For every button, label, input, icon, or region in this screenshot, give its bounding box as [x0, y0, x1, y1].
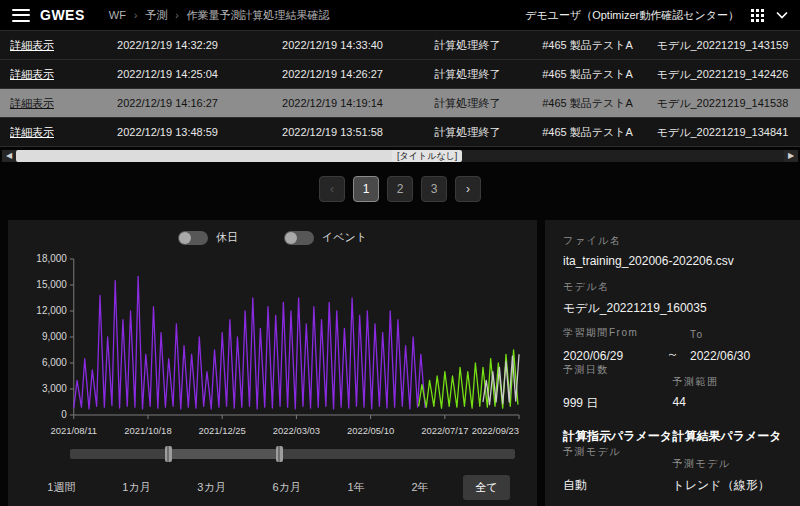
result-params-header: 計算結果パラメータ	[673, 428, 783, 445]
svg-text:9,000: 9,000	[42, 331, 67, 342]
range-button-6[interactable]: 全て	[463, 475, 509, 500]
detail-link[interactable]: 詳細表示	[10, 67, 85, 82]
detail-link[interactable]: 詳細表示	[10, 125, 85, 140]
range-button-1[interactable]: 1カ月	[110, 475, 162, 500]
chart-range-slider[interactable]	[70, 445, 515, 463]
table-row[interactable]: 詳細表示 2022/12/19 14:25:04 2022/12/19 14:2…	[0, 60, 800, 89]
calc-model-label: 予測モデル	[563, 445, 673, 471]
top-bar: GWES WF › 予測 › 作業量予測計算処理結果確認 デモユーザ（Optim…	[0, 0, 800, 30]
end-time-cell: 2022/12/19 14:33:40	[250, 39, 415, 51]
svg-text:6,000: 6,000	[42, 357, 67, 368]
page-button-1[interactable]: 1	[353, 176, 379, 202]
scroll-left-arrow-icon[interactable]: ◀	[2, 150, 16, 162]
end-time-cell: 2022/12/19 13:51:58	[250, 126, 415, 138]
svg-text:2022/09/23: 2022/09/23	[472, 425, 519, 436]
training-period-from-value: 2020/06/29	[563, 349, 655, 363]
calc-model-value: 自動	[563, 477, 673, 494]
svg-text:2022/05/10: 2022/05/10	[347, 425, 394, 436]
event-toggle-label: イベント	[322, 230, 367, 245]
training-period-from-label: 学習期間From	[563, 326, 655, 340]
svg-text:15,000: 15,000	[36, 279, 67, 290]
page-button-3[interactable]: 3	[421, 176, 447, 202]
status-cell: 計算処理終了	[415, 125, 520, 140]
range-button-5[interactable]: 2年	[399, 475, 440, 500]
scroll-right-arrow-icon[interactable]: ▶	[784, 150, 798, 162]
model-cell: モデル_20221219_134841	[655, 125, 790, 140]
period-separator: ～	[655, 346, 690, 363]
page-button-2[interactable]: 2	[387, 176, 413, 202]
apps-grid-icon[interactable]	[751, 9, 764, 22]
breadcrumb-item-wf[interactable]: WF	[109, 9, 126, 21]
slider-track[interactable]	[70, 449, 515, 459]
item-cell: #465 製品テストA	[520, 38, 655, 53]
event-toggle[interactable]: イベント	[284, 230, 367, 245]
svg-text:2022/07/17: 2022/07/17	[421, 425, 468, 436]
scrollbar-tooltip: [タイトルなし]	[392, 150, 462, 162]
holiday-toggle[interactable]: 休日	[178, 230, 238, 245]
status-cell: 計算処理終了	[415, 67, 520, 82]
forecast-range-value: 44	[673, 395, 783, 412]
detail-panel: ファイル名 ita_training_202006-202206.csv モデル…	[545, 220, 800, 506]
range-button-2[interactable]: 3カ月	[185, 475, 237, 500]
breadcrumb: WF › 予測 › 作業量予測計算処理結果確認	[109, 8, 330, 23]
start-time-cell: 2022/12/19 14:25:04	[85, 68, 250, 80]
model-cell: モデル_20221219_143159	[655, 38, 790, 53]
range-button-3[interactable]: 6カ月	[260, 475, 312, 500]
model-cell: モデル_20221219_142426	[655, 67, 790, 82]
user-name[interactable]: デモユーザ（Optimizer動作確認センター）	[525, 8, 739, 23]
item-cell: #465 製品テストA	[520, 67, 655, 82]
start-time-cell: 2022/12/19 14:16:27	[85, 97, 250, 109]
training-period-to-value: 2022/06/30	[690, 349, 782, 363]
scrollbar-thumb[interactable]	[16, 150, 396, 162]
svg-text:12,000: 12,000	[36, 305, 67, 316]
file-name-label: ファイル名	[563, 234, 782, 248]
app-logo: GWES	[40, 7, 85, 23]
svg-text:3,000: 3,000	[42, 383, 67, 394]
start-time-cell: 2022/12/19 14:32:29	[85, 39, 250, 51]
result-model-value: トレンド（線形）	[673, 477, 783, 494]
item-cell: #465 製品テストA	[520, 96, 655, 111]
prev-page-button[interactable]: ‹	[319, 176, 345, 202]
slider-handle-left[interactable]	[165, 446, 172, 462]
chevron-down-icon[interactable]	[776, 9, 788, 21]
table-row[interactable]: 詳細表示 2022/12/19 13:48:59 2022/12/19 13:5…	[0, 118, 800, 147]
model-name-value: モデル_20221219_160035	[563, 300, 782, 317]
table-row[interactable]: 詳細表示 2022/12/19 14:32:29 2022/12/19 14:3…	[0, 31, 800, 60]
detail-link[interactable]: 詳細表示	[10, 96, 85, 111]
holiday-toggle-label: 休日	[216, 230, 238, 245]
item-cell: #465 製品テストA	[520, 125, 655, 140]
time-range-buttons: 1週間1カ月3カ月6カ月1年2年全て	[16, 475, 529, 500]
forecast-range-label: 予測範囲	[673, 375, 783, 389]
model-name-label: モデル名	[563, 280, 782, 294]
result-model-label: 予測モデル	[673, 457, 783, 471]
forecast-line-chart: 03,0006,0009,00012,00015,00018,0002021/0…	[16, 249, 529, 441]
svg-text:2021/10/18: 2021/10/18	[124, 425, 171, 436]
status-cell: 計算処理終了	[415, 96, 520, 111]
file-name-value: ita_training_202006-202206.csv	[563, 254, 782, 268]
breadcrumb-item-forecast[interactable]: 予測	[145, 8, 167, 23]
detail-link[interactable]: 詳細表示	[10, 38, 85, 53]
next-page-button[interactable]: ›	[455, 176, 481, 202]
breadcrumb-separator-icon: ›	[134, 10, 137, 21]
toggle-switch-icon[interactable]	[178, 231, 208, 245]
chart-panel: 休日 イベント 03,0006,0009,00012,00015,00018,0…	[8, 220, 537, 506]
model-cell: モデル_20221219_141538	[655, 96, 790, 111]
slider-handle-right[interactable]	[276, 446, 283, 462]
results-table: 詳細表示 2022/12/19 14:32:29 2022/12/19 14:3…	[0, 30, 800, 147]
end-time-cell: 2022/12/19 14:19:14	[250, 97, 415, 109]
calc-params-header: 計算指示パラメータ	[563, 428, 673, 445]
toggle-switch-icon[interactable]	[284, 231, 314, 245]
slider-selected-range[interactable]	[168, 449, 279, 459]
forecast-days-value: 999 日	[563, 395, 673, 412]
hamburger-menu-icon[interactable]	[12, 9, 30, 22]
chart-toggles: 休日 イベント	[16, 230, 529, 245]
start-time-cell: 2022/12/19 13:48:59	[85, 126, 250, 138]
range-button-0[interactable]: 1週間	[35, 475, 87, 500]
svg-text:18,000: 18,000	[36, 253, 67, 264]
range-button-4[interactable]: 1年	[336, 475, 377, 500]
table-horizontal-scrollbar[interactable]: ◀ ▶ [タイトルなし]	[2, 150, 798, 162]
svg-text:2022/03/03: 2022/03/03	[273, 425, 320, 436]
svg-text:0: 0	[61, 409, 67, 420]
forecast-days-label: 予測日数	[563, 363, 673, 389]
table-row-selected[interactable]: 詳細表示 2022/12/19 14:16:27 2022/12/19 14:1…	[0, 89, 800, 118]
